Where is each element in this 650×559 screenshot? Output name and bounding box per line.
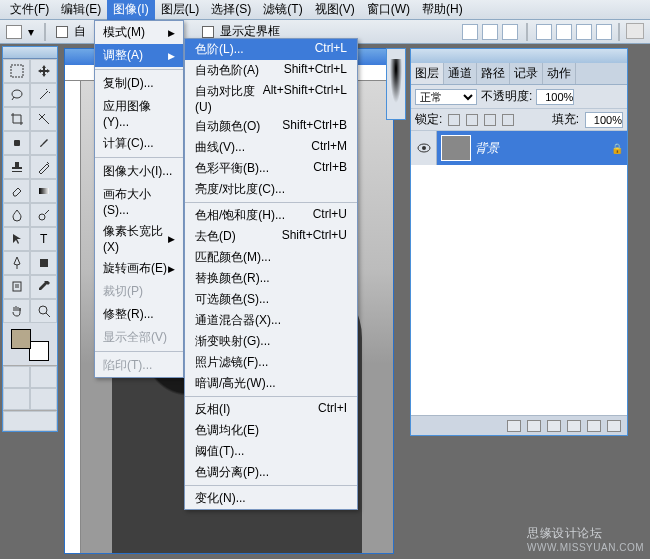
layer-name[interactable]: 背景 (475, 140, 499, 157)
eraser-tool-icon[interactable] (3, 179, 30, 203)
move-tool-preset-icon[interactable] (6, 25, 22, 39)
menu-item[interactable]: 可选颜色(S)... (185, 289, 357, 310)
history-brush-icon[interactable] (30, 155, 57, 179)
heal-tool-icon[interactable] (3, 131, 30, 155)
menu-item[interactable]: 复制(D)... (95, 72, 183, 95)
quickmask-mode-icon[interactable] (30, 366, 57, 388)
tab-记录[interactable]: 记录 (510, 63, 543, 84)
menu-item[interactable]: 匹配颜色(M)... (185, 247, 357, 268)
marquee-tool-icon[interactable] (3, 59, 30, 83)
menu-item[interactable]: 阈值(T)... (185, 441, 357, 462)
wand-tool-icon[interactable] (30, 83, 57, 107)
lock-all-icon[interactable] (502, 114, 514, 126)
menu-图层[interactable]: 图层(L) (155, 0, 206, 20)
menu-item[interactable]: 应用图像(Y)... (95, 95, 183, 132)
lasso-tool-icon[interactable] (3, 83, 30, 107)
menu-窗口[interactable]: 窗口(W) (361, 0, 416, 20)
stamp-tool-icon[interactable] (3, 155, 30, 179)
menu-item[interactable]: 曲线(V)...Ctrl+M (185, 137, 357, 158)
layer-thumbnail[interactable] (441, 135, 471, 161)
jump-to-imageready-icon[interactable] (3, 411, 57, 431)
lock-transparency-icon[interactable] (448, 114, 460, 126)
show-transform-checkbox[interactable] (202, 26, 214, 38)
menu-item[interactable]: 通道混合器(X)... (185, 310, 357, 331)
menu-item[interactable]: 照片滤镜(F)... (185, 352, 357, 373)
layer-row[interactable]: 背景 🔒 (411, 131, 627, 165)
align-btn[interactable] (502, 24, 518, 40)
menu-item[interactable]: 色调分离(P)... (185, 462, 357, 483)
menu-item[interactable]: 反相(I)Ctrl+I (185, 399, 357, 420)
visibility-eye-icon[interactable] (411, 131, 437, 165)
move-tool-icon[interactable] (30, 59, 57, 83)
distribute-btn[interactable] (536, 24, 552, 40)
hand-tool-icon[interactable] (3, 299, 30, 323)
blur-tool-icon[interactable] (3, 203, 30, 227)
new-layer-icon[interactable] (587, 420, 601, 432)
toolbox-header[interactable] (3, 47, 57, 59)
screen-mode-2-icon[interactable] (30, 388, 57, 410)
menu-item[interactable]: 计算(C)... (95, 132, 183, 155)
opacity-input[interactable] (536, 89, 574, 105)
dodge-tool-icon[interactable] (30, 203, 57, 227)
auto-select-checkbox[interactable] (56, 26, 68, 38)
menu-帮助[interactable]: 帮助(H) (416, 0, 469, 20)
dropdown-arrow-icon[interactable]: ▾ (28, 25, 34, 39)
menu-item[interactable]: 像素长宽比(X)▶ (95, 220, 183, 257)
gradient-tool-icon[interactable] (30, 179, 57, 203)
folder-icon[interactable] (547, 420, 561, 432)
menu-item[interactable]: 自动对比度(U)Alt+Shift+Ctrl+L (185, 81, 357, 116)
pen-tool-icon[interactable] (3, 251, 30, 275)
menu-item[interactable]: 图像大小(I)... (95, 160, 183, 183)
distribute-btn[interactable] (556, 24, 572, 40)
panel-titlebar[interactable] (411, 49, 627, 63)
tab-图层[interactable]: 图层 (411, 63, 444, 84)
menu-item[interactable]: 色相/饱和度(H)...Ctrl+U (185, 205, 357, 226)
tab-路径[interactable]: 路径 (477, 63, 510, 84)
screen-mode-1-icon[interactable] (3, 388, 30, 410)
notes-tool-icon[interactable] (3, 275, 30, 299)
menu-item[interactable]: 修整(R)... (95, 303, 183, 326)
palette-well-btn[interactable] (626, 23, 644, 39)
menu-item[interactable]: 旋转画布(E)▶ (95, 257, 183, 280)
path-select-icon[interactable] (3, 227, 30, 251)
mask-icon[interactable] (527, 420, 541, 432)
menu-item[interactable]: 渐变映射(G)... (185, 331, 357, 352)
tab-通道[interactable]: 通道 (444, 63, 477, 84)
adjust-layer-icon[interactable] (567, 420, 581, 432)
menu-item[interactable]: 变化(N)... (185, 488, 357, 509)
menu-item[interactable]: 亮度/对比度(C)... (185, 179, 357, 200)
tab-动作[interactable]: 动作 (543, 63, 576, 84)
align-btn[interactable] (462, 24, 478, 40)
distribute-btn[interactable] (576, 24, 592, 40)
menu-item[interactable]: 色调均化(E) (185, 420, 357, 441)
menu-选择[interactable]: 选择(S) (205, 0, 257, 20)
foreground-color-swatch[interactable] (11, 329, 31, 349)
menu-item[interactable]: 暗调/高光(W)... (185, 373, 357, 394)
fill-input[interactable] (585, 112, 623, 128)
menu-编辑[interactable]: 编辑(E) (55, 0, 107, 20)
menu-item[interactable]: 色阶(L)...Ctrl+L (185, 39, 357, 60)
slice-tool-icon[interactable] (30, 107, 57, 131)
distribute-btn[interactable] (596, 24, 612, 40)
fx-icon[interactable] (507, 420, 521, 432)
trash-icon[interactable] (607, 420, 621, 432)
menu-item[interactable]: 自动色阶(A)Shift+Ctrl+L (185, 60, 357, 81)
zoom-tool-icon[interactable] (30, 299, 57, 323)
menu-图像[interactable]: 图像(I) (107, 0, 154, 20)
navigator-collapsed-strip[interactable] (386, 48, 406, 120)
menu-item[interactable]: 调整(A)▶ (95, 44, 183, 67)
vertical-ruler[interactable] (65, 81, 81, 553)
align-btn[interactable] (482, 24, 498, 40)
menu-item[interactable]: 模式(M)▶ (95, 21, 183, 44)
menu-item[interactable]: 自动颜色(O)Shift+Ctrl+B (185, 116, 357, 137)
background-color-swatch[interactable] (29, 341, 49, 361)
lock-pixels-icon[interactable] (466, 114, 478, 126)
menu-item[interactable]: 画布大小(S)... (95, 183, 183, 220)
menu-滤镜[interactable]: 滤镜(T) (257, 0, 308, 20)
lock-position-icon[interactable] (484, 114, 496, 126)
eyedropper-tool-icon[interactable] (30, 275, 57, 299)
shape-tool-icon[interactable] (30, 251, 57, 275)
blend-mode-select[interactable]: 正常 (415, 89, 477, 105)
brush-tool-icon[interactable] (30, 131, 57, 155)
menu-item[interactable]: 色彩平衡(B)...Ctrl+B (185, 158, 357, 179)
